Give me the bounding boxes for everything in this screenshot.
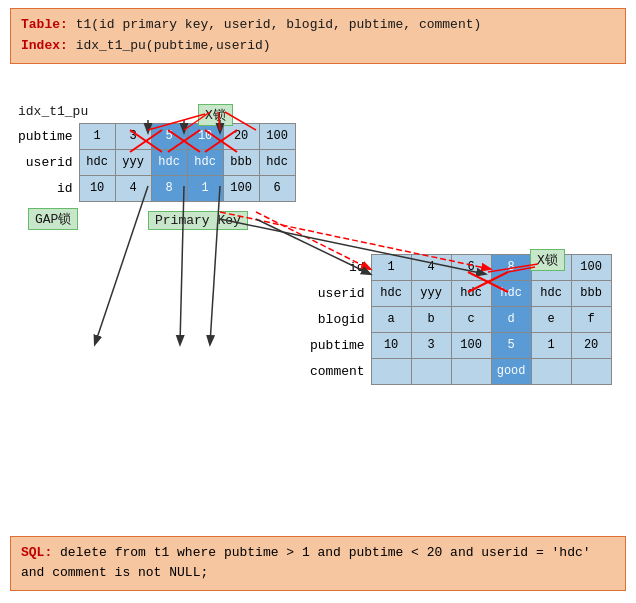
primary-cell bbox=[411, 358, 451, 384]
primary-cell: hdc bbox=[371, 280, 411, 306]
sql-label: SQL: bbox=[21, 545, 52, 560]
idx-cell: 100 bbox=[259, 123, 295, 149]
idx-cell-highlight: 10 bbox=[187, 123, 223, 149]
primary-cell-highlight: good bbox=[491, 358, 531, 384]
table-row: id 10 4 8 1 100 6 bbox=[18, 175, 295, 201]
primary-cell: hdc bbox=[531, 280, 571, 306]
sql-where: where bbox=[177, 545, 216, 560]
primary-cell-highlight: 5 bbox=[491, 332, 531, 358]
idx-cell-highlight: hdc bbox=[151, 149, 187, 175]
idx-cell: bbb bbox=[223, 149, 259, 175]
idx-cell: 10 bbox=[79, 175, 115, 201]
primary-cell-highlight: 8 bbox=[491, 254, 531, 280]
row-header-userid: userid bbox=[18, 149, 79, 175]
primary-cell: c bbox=[451, 306, 491, 332]
sql-box: SQL: delete from t1 where pubtime > 1 an… bbox=[10, 536, 626, 592]
primary-cell bbox=[571, 358, 611, 384]
idx-cell: 20 bbox=[223, 123, 259, 149]
row-header-userid: userid bbox=[310, 280, 371, 306]
primary-cell bbox=[451, 358, 491, 384]
idx-cell-highlight: hdc bbox=[187, 149, 223, 175]
index-table: pubtime 1 3 5 10 20 100 userid hdc yyy h… bbox=[18, 123, 296, 202]
primary-cell: 1 bbox=[371, 254, 411, 280]
gap-lock-label: GAP锁 bbox=[28, 208, 78, 230]
primary-cell bbox=[371, 358, 411, 384]
primary-cell: yyy bbox=[411, 280, 451, 306]
primary-table: id 1 4 6 8 10 100 userid hdc yyy hdc hdc… bbox=[310, 254, 612, 385]
idx-cell-highlight: 5 bbox=[151, 123, 187, 149]
table-label: Table: bbox=[21, 17, 68, 32]
primary-cell: bbb bbox=[571, 280, 611, 306]
primary-cell: e bbox=[531, 306, 571, 332]
primary-key-label: Primary Key bbox=[148, 211, 248, 230]
diagram-area: idx_t1_pu pubtime 1 3 5 10 20 100 userid… bbox=[0, 74, 636, 534]
primary-cell: 100 bbox=[571, 254, 611, 280]
idx-cell: 4 bbox=[115, 175, 151, 201]
table-def: t1(id primary key, userid, blogid, pubti… bbox=[76, 17, 482, 32]
primary-cell: 10 bbox=[371, 332, 411, 358]
index-table-label: idx_t1_pu bbox=[18, 104, 296, 119]
row-header-id: id bbox=[18, 175, 79, 201]
primary-cell: 3 bbox=[411, 332, 451, 358]
primary-cell: 100 bbox=[451, 332, 491, 358]
primary-cell: 6 bbox=[451, 254, 491, 280]
primary-cell: 4 bbox=[411, 254, 451, 280]
idx-cell-highlight: 8 bbox=[151, 175, 187, 201]
primary-cell bbox=[531, 358, 571, 384]
index-def: idx_t1_pu(pubtime,userid) bbox=[76, 38, 271, 53]
table-row: userid hdc yyy hdc hdc bbb hdc bbox=[18, 149, 295, 175]
table-row: pubtime 10 3 100 5 1 20 bbox=[310, 332, 611, 358]
primary-cell: 20 bbox=[571, 332, 611, 358]
idx-cell-highlight: 1 bbox=[187, 175, 223, 201]
svg-line-14 bbox=[180, 186, 184, 344]
primary-table-container: id 1 4 6 8 10 100 userid hdc yyy hdc hdc… bbox=[310, 254, 612, 385]
idx-cell: 3 bbox=[115, 123, 151, 149]
row-header-pubtime: pubtime bbox=[310, 332, 371, 358]
table-row: pubtime 1 3 5 10 20 100 bbox=[18, 123, 295, 149]
index-label: Index: bbox=[21, 38, 68, 53]
table-row: comment good bbox=[310, 358, 611, 384]
primary-cell: b bbox=[411, 306, 451, 332]
index-table-container: idx_t1_pu pubtime 1 3 5 10 20 100 userid… bbox=[18, 104, 296, 202]
idx-cell: hdc bbox=[79, 149, 115, 175]
x-lock-primary: X锁 bbox=[530, 249, 565, 271]
row-header-id: id bbox=[310, 254, 371, 280]
idx-cell: 1 bbox=[79, 123, 115, 149]
x-lock-index: X锁 bbox=[198, 104, 233, 126]
idx-cell: hdc bbox=[259, 149, 295, 175]
sql-text: delete from t1 bbox=[60, 545, 177, 560]
row-header-comment: comment bbox=[310, 358, 371, 384]
svg-line-15 bbox=[210, 186, 220, 344]
table-row: userid hdc yyy hdc hdc hdc bbb bbox=[310, 280, 611, 306]
primary-cell: hdc bbox=[451, 280, 491, 306]
primary-cell: f bbox=[571, 306, 611, 332]
primary-cell-highlight: d bbox=[491, 306, 531, 332]
idx-cell: 6 bbox=[259, 175, 295, 201]
table-row: blogid a b c d e f bbox=[310, 306, 611, 332]
table-row: id 1 4 6 8 10 100 bbox=[310, 254, 611, 280]
row-header-pubtime: pubtime bbox=[18, 123, 79, 149]
primary-cell-highlight: hdc bbox=[491, 280, 531, 306]
idx-cell: 100 bbox=[223, 175, 259, 201]
primary-cell: 1 bbox=[531, 332, 571, 358]
info-box: Table: t1(id primary key, userid, blogid… bbox=[10, 8, 626, 64]
svg-line-13 bbox=[95, 186, 148, 344]
idx-cell: yyy bbox=[115, 149, 151, 175]
row-header-blogid: blogid bbox=[310, 306, 371, 332]
primary-cell: a bbox=[371, 306, 411, 332]
